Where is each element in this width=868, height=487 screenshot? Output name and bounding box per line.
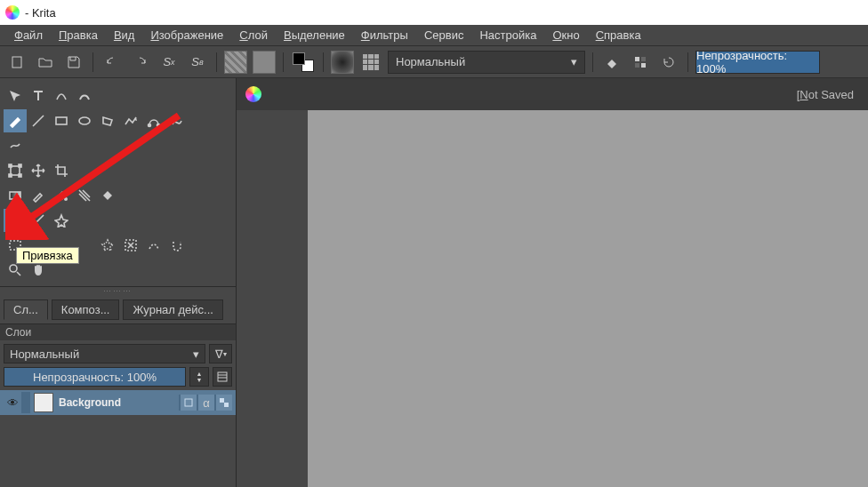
layer-bar — [21, 392, 30, 413]
document-status: [Not Saved — [797, 88, 854, 101]
reload-preset-button[interactable] — [657, 51, 680, 74]
tab-compositions[interactable]: Композ... — [52, 299, 120, 320]
title-bar: - Krita — [0, 0, 868, 25]
layer-opacity-label: Непрозрачность: 100% — [33, 371, 157, 384]
layer-row[interactable]: 👁 Background α — [0, 390, 236, 415]
script-sb-button[interactable]: Sв — [186, 51, 209, 74]
separator — [592, 52, 593, 72]
layer-opacity-slider[interactable]: Непрозрачность: 100% — [4, 367, 186, 387]
edit-shapes-tool[interactable] — [50, 84, 73, 108]
fg-bg-color[interactable] — [291, 51, 316, 74]
layer-alpha-icon[interactable]: α — [198, 395, 214, 411]
chevron-down-icon: ▾ — [571, 55, 577, 68]
menu-file[interactable]: Файл — [7, 27, 50, 44]
script-sx-button[interactable]: Sx — [157, 51, 181, 74]
eraser-mode-button[interactable] — [600, 51, 623, 74]
blend-mode-label: Нормальный — [396, 55, 465, 68]
canvas-area[interactable] — [237, 110, 868, 487]
layer-props-button[interactable] — [213, 367, 232, 387]
separator — [216, 52, 217, 72]
svg-rect-23 — [224, 403, 229, 407]
separator — [323, 52, 324, 72]
layer-blend-combo[interactable]: Нормальный ▾ — [4, 344, 205, 363]
toolbox: Привязка — [0, 78, 236, 287]
menu-filters[interactable]: Фильтры — [354, 27, 415, 44]
tab-layers[interactable]: Сл... — [4, 299, 48, 320]
layers-panel-title: Слои — [0, 324, 236, 340]
layer-inherit-icon[interactable] — [216, 395, 232, 411]
svg-rect-21 — [185, 399, 192, 406]
canvas[interactable] — [308, 110, 868, 487]
menu-edit[interactable]: Правка — [52, 27, 105, 44]
doc-logo-icon — [245, 86, 261, 102]
opacity-spin[interactable]: ▲▼ — [189, 367, 209, 387]
brush-preview[interactable] — [331, 51, 354, 74]
menu-bar: Файл Правка Вид Изображение Слой Выделен… — [0, 25, 868, 46]
brush-presets-button[interactable] — [359, 51, 382, 74]
toolbar-opacity-slider[interactable]: Непрозрачность: 100% — [695, 51, 820, 74]
redo-button[interactable] — [129, 51, 152, 74]
svg-rect-22 — [220, 398, 224, 403]
svg-rect-1 — [635, 57, 639, 61]
menu-image[interactable]: Изображение — [143, 27, 230, 44]
separator — [92, 52, 93, 72]
tooltip: Привязка — [16, 247, 79, 264]
menu-select[interactable]: Выделение — [277, 27, 352, 44]
separator — [687, 52, 688, 72]
tooltip-text: Привязка — [22, 249, 73, 262]
pattern-swatch[interactable] — [253, 51, 276, 74]
annotation-arrow-icon — [5, 107, 192, 240]
menu-layer[interactable]: Слой — [232, 27, 275, 44]
svg-rect-4 — [635, 63, 639, 68]
move-tool[interactable] — [4, 84, 27, 108]
document-tab-bar: [Not Saved — [237, 78, 868, 110]
svg-rect-2 — [641, 63, 646, 68]
layer-filter-button[interactable]: ∇▾ — [209, 344, 232, 363]
tab-undo-history[interactable]: Журнал дейс... — [123, 299, 222, 320]
layer-lock-icon[interactable] — [181, 395, 197, 411]
svg-line-19 — [21, 116, 179, 224]
svg-rect-20 — [218, 372, 227, 381]
undo-button[interactable] — [100, 51, 124, 74]
menu-view[interactable]: Вид — [107, 27, 142, 44]
chevron-down-icon: ▾ — [193, 347, 199, 361]
app-logo-icon — [5, 5, 20, 20]
layer-thumbnail[interactable] — [34, 393, 53, 412]
save-button[interactable] — [62, 51, 85, 74]
calligraphy-tool[interactable] — [73, 84, 96, 108]
panel-drag-handle[interactable]: ⋯⋯⋯ — [0, 287, 236, 296]
left-panel: Привязка ⋯⋯⋯ Сл... Композ... Журнал дейс… — [0, 78, 237, 487]
text-tool[interactable] — [27, 84, 50, 108]
canvas-gutter — [237, 110, 308, 487]
canvas-panel: [Not Saved — [237, 78, 868, 487]
toolbar-opacity-label: Непрозрачность: 100% — [696, 49, 819, 76]
menu-help[interactable]: Справка — [589, 27, 648, 44]
open-button[interactable] — [34, 51, 57, 74]
alpha-lock-button[interactable] — [629, 51, 652, 74]
docker-tabs: Сл... Композ... Журнал дейс... — [0, 296, 236, 324]
window-title: - Krita — [25, 6, 56, 20]
layer-blend-label: Нормальный — [10, 347, 79, 361]
separator — [283, 52, 284, 72]
visibility-icon[interactable]: 👁 — [4, 396, 21, 410]
menu-window[interactable]: Окно — [545, 27, 586, 44]
top-toolbar: Sx Sв Нормальный ▾ Непрозрачность: 100% — [0, 46, 868, 78]
svg-rect-3 — [641, 57, 646, 61]
blend-mode-combo[interactable]: Нормальный ▾ — [388, 51, 585, 74]
new-doc-button[interactable] — [5, 51, 28, 74]
svg-rect-0 — [12, 57, 21, 68]
menu-settings[interactable]: Настройка — [472, 27, 543, 44]
gradient-swatch[interactable] — [224, 51, 247, 74]
menu-tools[interactable]: Сервис — [417, 27, 471, 44]
layer-name[interactable]: Background — [59, 396, 179, 409]
svg-point-18 — [10, 265, 17, 272]
